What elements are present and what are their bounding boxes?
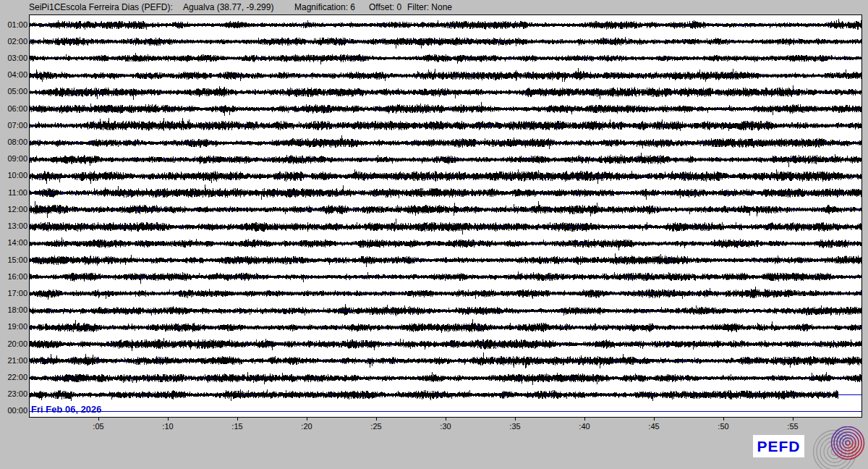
x-axis-tick-label: :05 [84,422,113,431]
hour-label: 16:00 [0,273,27,281]
seismic-rings-logo [810,426,868,469]
x-axis-tick [793,418,793,421]
hour-label: 02:00 [0,38,27,46]
x-axis-tick [168,418,169,421]
x-axis-tick-label: :45 [639,422,668,431]
hour-label: 18:00 [0,306,27,314]
helicorder-plot[interactable] [29,14,862,418]
hour-label: 15:00 [0,256,27,264]
hour-label: 00:00 [0,407,27,415]
magnification-readout: Magnification: 6 [294,2,355,12]
x-axis-tick-label: :25 [362,422,391,431]
hour-label: 07:00 [0,122,27,130]
helicorder-app-window: SeiPi1CEscola Ferreira Dias (PEFD): Agua… [0,0,868,469]
x-axis-tick-label: :50 [709,422,738,431]
hour-label: 19:00 [0,323,27,331]
hour-label: 10:00 [0,172,27,179]
hour-label: 03:00 [0,54,27,62]
x-axis-tick [654,418,655,421]
x-axis-tick [584,418,585,421]
x-axis-tick [307,418,307,421]
hour-label: 13:00 [0,222,27,230]
x-axis-tick [98,418,99,421]
x-axis-tick [723,418,724,421]
x-axis-tick-label: :20 [292,422,321,431]
x-axis-tick-label: :55 [778,422,807,431]
hour-label: 08:00 [0,138,27,146]
x-axis-tick [376,418,377,421]
hour-label: 21:00 [0,357,27,365]
hour-label: 20:00 [0,340,27,348]
hour-label: 01:00 [0,21,27,29]
hour-label: 23:00 [0,390,27,398]
x-axis-tick-label: :40 [570,422,599,431]
hour-label: 04:00 [0,71,27,79]
seismogram-canvas[interactable] [29,14,862,418]
x-axis-tick-label: :15 [223,422,252,431]
x-axis-tick-label: :35 [501,422,529,431]
station-badge: PEFD [753,435,804,457]
offset-readout: Offset: 0 [369,2,401,12]
x-axis-tick [237,418,238,421]
hour-label: 14:00 [0,239,27,247]
date-annotation: Fri Feb 06, 2026 [31,404,102,415]
hour-label: 22:00 [0,373,27,381]
hour-label: 09:00 [0,155,27,163]
station-location: Agualva (38.77, -9.299) [183,2,273,12]
hour-label: 12:00 [0,206,27,214]
hour-label: 06:00 [0,105,27,113]
hour-label: 17:00 [0,290,27,297]
x-axis-tick-label: :10 [153,422,182,431]
filter-readout: Filter: None [407,2,452,12]
station-title: SeiPi1CEscola Ferreira Dias (PEFD): [29,2,173,12]
x-axis-tick [446,418,446,421]
hour-label: 05:00 [0,88,27,96]
hour-label: 11:00 [0,189,27,197]
x-axis-tick-label: :30 [431,422,460,431]
x-axis-tick [515,418,516,421]
